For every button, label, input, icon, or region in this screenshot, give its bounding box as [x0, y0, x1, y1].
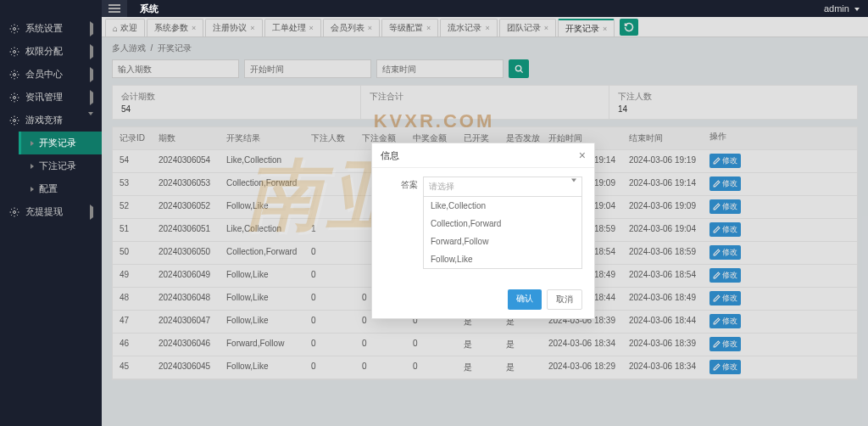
refresh-button[interactable]: [620, 19, 638, 36]
tab-label: 等级配置: [389, 22, 423, 34]
periods-input[interactable]: [112, 59, 239, 78]
col-end: 结束时间: [626, 127, 706, 149]
tab-label: 团队记录: [507, 22, 541, 34]
tab-1[interactable]: 系统参数×: [147, 19, 203, 36]
start-time-input[interactable]: [244, 59, 371, 78]
edit-label: 修改: [722, 178, 737, 189]
cell-id: 45: [113, 356, 155, 378]
cell-id: 47: [113, 311, 155, 333]
edit-icon: [713, 317, 721, 325]
edit-button[interactable]: 修改: [709, 222, 741, 237]
dropdown-option-1[interactable]: Collection,Forward: [424, 215, 581, 233]
cell-end: 2024-03-06 18:44: [626, 311, 706, 333]
cell-opened: 是: [460, 356, 503, 378]
cell-op: 修改: [706, 288, 747, 310]
search-icon: [515, 64, 524, 74]
tab-8[interactable]: 开奖记录×: [558, 19, 615, 36]
close-icon[interactable]: ×: [603, 25, 607, 33]
tab-0[interactable]: ⌂欢迎: [105, 19, 145, 36]
answer-select[interactable]: 请选择: [423, 177, 582, 197]
stat-label: 会计期数: [121, 91, 352, 103]
sidebar-item-3[interactable]: 资讯管理: [0, 86, 102, 109]
tab-3[interactable]: 工单处理×: [264, 19, 321, 36]
end-time-input[interactable]: [376, 59, 504, 78]
edit-icon: [713, 294, 721, 302]
cell-result: Collection,Forward: [223, 242, 308, 264]
close-icon[interactable]: ×: [309, 24, 314, 32]
tab-label: 流水记录: [448, 22, 481, 34]
dropdown-option-2[interactable]: Forward,Follow: [424, 233, 581, 250]
edit-button[interactable]: 修改: [709, 154, 741, 168]
tab-6[interactable]: 流水记录×: [440, 19, 497, 36]
edit-button[interactable]: 修改: [709, 360, 741, 374]
tab-2[interactable]: 注册协议×: [205, 19, 262, 36]
close-icon[interactable]: ×: [579, 149, 586, 162]
close-icon[interactable]: ×: [250, 24, 254, 32]
chevron-down-icon: [854, 8, 860, 11]
edit-button[interactable]: 修改: [709, 245, 741, 260]
sidebar-item-4[interactable]: 游戏竞猜: [0, 109, 102, 132]
edit-button[interactable]: 修改: [709, 291, 741, 305]
cell-result: Follow,Like: [223, 356, 308, 378]
menu-toggle-button[interactable]: [102, 0, 127, 17]
cell-bet-n: 0: [308, 265, 359, 287]
sidebar-subitem-4-1[interactable]: 下注记录: [19, 154, 102, 177]
edit-button[interactable]: 修改: [709, 337, 741, 351]
col-bet-n: 下注人数: [308, 127, 359, 149]
cell-bet-a: 0: [359, 334, 409, 356]
tab-label: 会员列表: [331, 22, 364, 34]
edit-button[interactable]: 修改: [709, 268, 741, 283]
sidebar-item-5[interactable]: 充提提现: [0, 200, 102, 223]
chevron-right-icon: [90, 70, 93, 80]
edit-button[interactable]: 修改: [709, 199, 741, 214]
sidebar-subitem-4-0[interactable]: 开奖记录: [19, 132, 102, 154]
cell-id: 46: [113, 334, 155, 356]
sidebar-item-1[interactable]: 权限分配: [0, 40, 102, 63]
sidebar-item-0[interactable]: 系统设置: [0, 17, 102, 40]
sidebar-subitem-4-2[interactable]: 配置: [19, 177, 102, 200]
cell-end: 2024-03-06 18:34: [626, 356, 706, 378]
stat-label: 下注人数: [618, 91, 849, 103]
sidebar: 系统设置权限分配会员中心资讯管理游戏竞猜开奖记录下注记录配置充提提现: [0, 17, 102, 426]
cell-bet-n: 0: [308, 242, 359, 264]
tab-4[interactable]: 会员列表×: [323, 19, 380, 36]
close-icon[interactable]: ×: [192, 24, 196, 32]
close-icon[interactable]: ×: [544, 24, 548, 32]
svg-point-4: [14, 119, 16, 121]
sidebar-item-label: 游戏竞猜: [25, 114, 63, 126]
cell-paid: 是: [503, 334, 545, 356]
cancel-button[interactable]: 取消: [547, 289, 582, 310]
gear-icon: [8, 115, 20, 126]
refresh-icon: [624, 22, 634, 32]
edit-button[interactable]: 修改: [709, 177, 741, 191]
cell-op: 修改: [706, 334, 747, 356]
search-button[interactable]: [509, 59, 529, 78]
edit-icon: [713, 203, 721, 210]
cell-op: 修改: [706, 150, 747, 172]
tab-label: 开奖记录: [565, 23, 599, 35]
chevron-down-icon: [88, 115, 93, 126]
tab-5[interactable]: 等级配置×: [381, 19, 438, 36]
cell-op: 修改: [706, 219, 747, 241]
close-icon[interactable]: ×: [368, 24, 372, 32]
close-icon[interactable]: ×: [485, 24, 489, 32]
stat-bets: 下注合计: [361, 86, 609, 119]
cell-end: 2024-03-06 18:39: [626, 334, 706, 356]
svg-point-2: [14, 73, 16, 76]
topbar: 系统 admin: [0, 0, 868, 17]
edit-button[interactable]: 修改: [709, 314, 741, 328]
tab-label: 系统参数: [154, 22, 188, 34]
close-icon[interactable]: ×: [426, 24, 431, 32]
modal-header: 信息 ×: [372, 143, 594, 168]
dropdown-option-0[interactable]: Like,Collection: [424, 197, 581, 215]
sidebar-item-2[interactable]: 会员中心: [0, 63, 102, 86]
gear-icon: [8, 46, 20, 58]
modal-footer: 确认 取消: [372, 283, 594, 318]
tab-7[interactable]: 团队记录×: [499, 19, 556, 36]
dropdown-option-3[interactable]: Follow,Like: [424, 250, 581, 268]
stats-row: 会计期数 54 下注合计 下注人数 14: [112, 85, 858, 120]
user-menu[interactable]: admin: [824, 3, 860, 14]
modal-title: 信息: [381, 149, 399, 162]
sidebar-item-label: 会员中心: [25, 68, 63, 81]
confirm-button[interactable]: 确认: [508, 289, 542, 310]
